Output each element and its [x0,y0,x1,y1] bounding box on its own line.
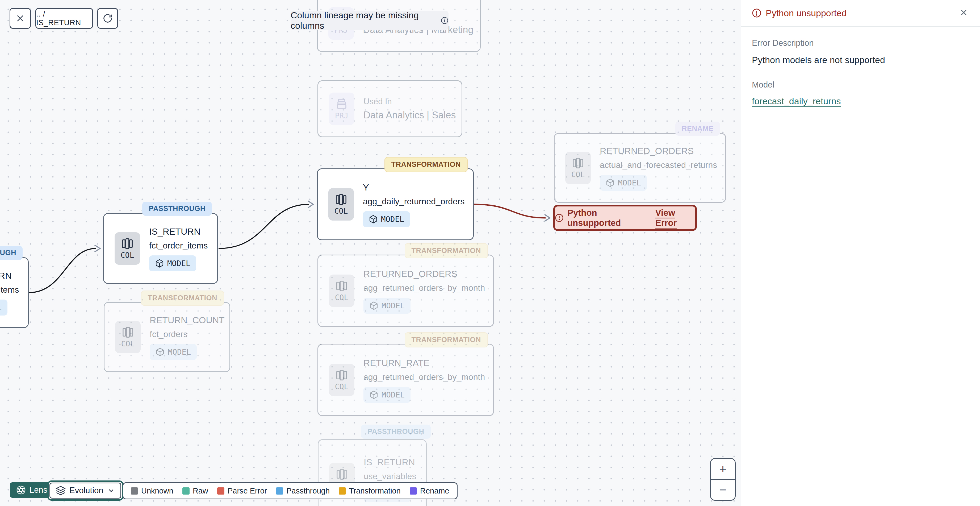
legend-label: Parse Error [228,487,267,495]
edge-isreturn-to-y [218,204,309,249]
rename-badge: RENAME [675,121,720,136]
layers-icon [56,485,66,496]
icon-label: COL [121,251,134,260]
node-subtitle: agg_returned_orders_by_month [363,282,485,294]
column-icon: COL [565,152,591,184]
info-icon[interactable] [441,16,449,25]
legend-item-rename: Rename [410,487,449,495]
legend-label: Rename [420,487,449,495]
node-is-return-fct-order-items[interactable]: PASSTHROUGH COL IS_RETURN fct_order_item… [103,213,218,284]
legend-swatch [131,487,138,495]
view-error-link[interactable]: View Error [655,208,695,228]
breadcrumb-label: .. / IS_RETURN [36,10,92,27]
legend-item-unknown: Unknown [131,487,173,495]
node-title: IS_RETURN [0,270,12,281]
legend-swatch [339,487,346,495]
chevron-down-icon [107,487,115,495]
refresh-icon [103,13,113,23]
icon-label: COL [335,293,348,302]
model-chip: MODEL [150,344,197,360]
icon-label: COL [121,340,135,348]
python-unsupported-error-node[interactable]: Python unsupported View Error [553,205,697,231]
passthrough-badge: PASSTHROUGH [0,246,22,260]
node-title: RETURNED_ORDERS [363,268,457,279]
close-lineage-button[interactable] [10,8,31,29]
model-chip: MODEL [363,298,410,314]
node-title: Used In [363,96,392,107]
node-title: RETURNED_ORDERS [600,145,694,157]
aperture-icon [16,485,26,495]
cube-icon [369,301,378,310]
banner-text: Column lineage may be missing columns [291,10,437,31]
model-link[interactable]: forecast_daily_returns [752,96,841,106]
node-subtitle: actual_and_forecasted_returns [600,160,717,171]
passthrough-badge: PASSTHROUGH [142,202,212,216]
error-description-label: Error Description [752,38,969,48]
node-return-count[interactable]: TRANSFORMATION COL RETURN_COUNT fct_orde… [104,302,230,372]
cube-icon [369,390,378,399]
sidebar-close-button[interactable] [959,8,968,18]
node-subtitle: use_variables [364,471,416,482]
model-chip-label: MODEL [381,215,404,224]
node-returned-orders-by-month[interactable]: TRANSFORMATION COL RETURNED_ORDERS agg_r… [317,255,494,327]
transformation-badge: TRANSFORMATION [405,243,488,258]
cube-icon [155,259,164,268]
lens-selected-label: Evolution [69,486,103,495]
model-chip: MODEL [363,387,410,403]
cube-icon [606,178,615,187]
refresh-button[interactable] [97,8,118,29]
node-is-return-cutoff[interactable]: PASSTHROUGH COL IS_RETURN fct_order_item… [0,257,29,328]
lineage-canvas[interactable]: .. / IS_RETURN Column lineage may be mis… [0,0,741,506]
model-label: Model [752,80,969,89]
lens-select-dropdown[interactable]: Evolution [47,480,123,501]
zoom-out-button[interactable]: − [711,480,735,500]
node-subtitle: agg_daily_returned_orders [363,196,465,207]
legend-item-passthrough: Passthrough [276,487,330,495]
node-return-rate[interactable]: TRANSFORMATION COL RETURN_RATE agg_retur… [317,344,494,416]
cube-icon [369,215,378,224]
node-used-in-sales[interactable]: PRJ Used In Data Analytics | Sales [317,80,462,137]
missing-columns-banner: Column lineage may be missing columns [291,11,449,30]
column-icon: COL [329,364,355,396]
legend-swatch [276,487,283,495]
legend-item-parse-error: Parse Error [217,487,267,495]
zoom-controls: + − [710,458,736,501]
model-chip-label: MODEL [618,178,641,187]
icon-label: COL [335,382,348,391]
legend-label: Transformation [349,487,401,495]
node-title: Y [363,182,369,193]
node-title: RETURN_COUNT [150,314,224,326]
alert-circle-icon [555,213,564,223]
edge-y-to-error [474,204,546,218]
node-y-agg-daily-returned-orders[interactable]: TRANSFORMATION COL Y agg_daily_returned_… [317,168,474,240]
model-chip-label: MODEL [382,301,405,310]
node-subtitle: agg_returned_orders_by_month [363,371,485,383]
arrowhead-icon [544,214,550,221]
breadcrumb[interactable]: .. / IS_RETURN [35,8,93,29]
node-returned-orders-forecasted[interactable]: RENAME COL RETURNED_ORDERS actual_and_fo… [554,133,726,203]
passthrough-badge: PASSTHROUGH [361,425,431,439]
transformation-badge: TRANSFORMATION [141,291,224,306]
icon-label: PRJ [335,112,348,120]
close-icon [16,14,25,23]
column-icon: COL [115,321,141,353]
arrowhead-icon [308,201,313,208]
column-icon: COL [115,232,140,265]
sidebar-header: Python unsupported [741,0,980,27]
close-icon [959,8,968,17]
sidebar-title: Python unsupported [766,8,846,18]
lineage-legend: Unknown Raw Parse Error Passthrough Tran… [123,482,458,500]
icon-label: COL [571,170,585,179]
zoom-in-button[interactable]: + [711,459,735,480]
legend-swatch [410,487,417,495]
legend-label: Raw [193,487,208,495]
model-chip: MODEL [0,300,8,316]
arrowhead-icon [95,245,100,252]
alert-circle-icon [752,8,762,18]
node-title: IS_RETURN [364,456,415,468]
error-description-value: Python models are not supported [752,55,969,65]
error-details-sidebar: Python unsupported Error Description Pyt… [741,0,980,506]
legend-item-raw: Raw [182,487,208,495]
model-chip: MODEL [600,175,647,191]
legend-swatch [217,487,224,495]
